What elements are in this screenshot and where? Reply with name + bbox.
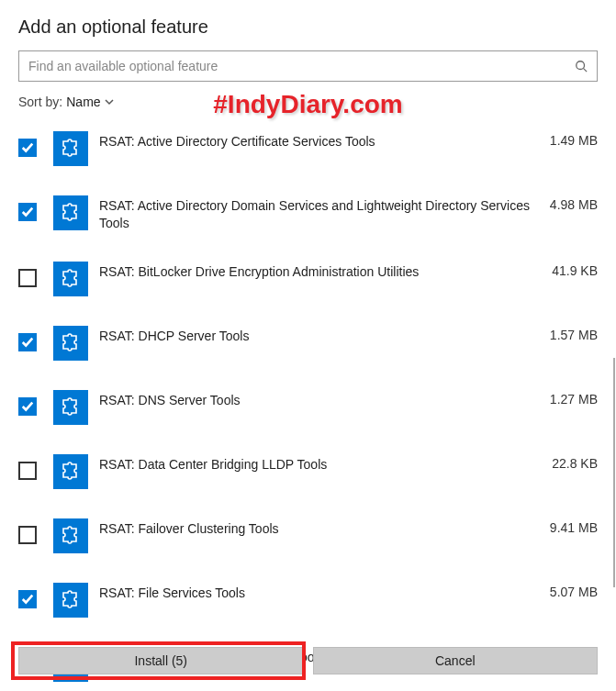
chevron-down-icon bbox=[105, 97, 114, 106]
feature-list: RSAT: Active Directory Certificate Servi… bbox=[18, 122, 598, 691]
feature-size: 41.9 KB bbox=[543, 262, 598, 278]
search-box[interactable] bbox=[18, 50, 598, 82]
page-title: Add an optional feature bbox=[18, 17, 598, 38]
feature-name: RSAT: Active Directory Certificate Servi… bbox=[99, 131, 541, 150]
feature-name: RSAT: BitLocker Drive Encryption Adminis… bbox=[99, 262, 543, 281]
feature-checkbox[interactable] bbox=[18, 333, 37, 351]
scrollbar[interactable] bbox=[613, 358, 615, 587]
feature-row[interactable]: RSAT: DNS Server Tools1.27 MB bbox=[18, 381, 598, 445]
search-icon bbox=[575, 60, 588, 72]
feature-row[interactable]: RSAT: Failover Clustering Tools9.41 MB bbox=[18, 509, 598, 574]
feature-checkbox[interactable] bbox=[18, 462, 37, 480]
puzzle-icon bbox=[53, 326, 88, 361]
puzzle-icon bbox=[53, 583, 88, 618]
feature-checkbox[interactable] bbox=[18, 397, 37, 416]
feature-size: 22.8 KB bbox=[543, 454, 598, 471]
cancel-button[interactable]: Cancel bbox=[313, 647, 599, 674]
feature-checkbox[interactable] bbox=[18, 269, 37, 287]
feature-name: RSAT: File Services Tools bbox=[99, 583, 541, 602]
feature-size: 1.27 MB bbox=[541, 390, 598, 407]
feature-size: 1.49 MB bbox=[541, 131, 598, 148]
feature-checkbox[interactable] bbox=[18, 203, 37, 221]
feature-row[interactable]: RSAT: Data Center Bridging LLDP Tools22.… bbox=[18, 445, 598, 509]
feature-checkbox[interactable] bbox=[18, 590, 37, 608]
install-button[interactable]: Install (5) bbox=[18, 647, 304, 674]
feature-name: RSAT: DNS Server Tools bbox=[99, 390, 541, 409]
footer-buttons: Install (5) Cancel bbox=[18, 647, 598, 674]
feature-size: 4.98 MB bbox=[541, 195, 598, 212]
feature-checkbox[interactable] bbox=[18, 526, 37, 544]
puzzle-icon bbox=[53, 262, 88, 296]
feature-row[interactable]: RSAT: File Services Tools5.07 MB bbox=[18, 574, 598, 638]
sort-label: Sort by: bbox=[18, 95, 62, 109]
feature-row[interactable]: RSAT: DHCP Server Tools1.57 MB bbox=[18, 317, 598, 381]
svg-line-1 bbox=[584, 69, 588, 72]
puzzle-icon bbox=[53, 195, 88, 230]
sort-dropdown[interactable]: Sort by: Name bbox=[18, 95, 598, 109]
feature-name: RSAT: Failover Clustering Tools bbox=[99, 518, 541, 538]
feature-checkbox[interactable] bbox=[18, 139, 37, 157]
feature-name: RSAT: Data Center Bridging LLDP Tools bbox=[99, 454, 543, 474]
puzzle-icon bbox=[53, 518, 88, 553]
svg-point-0 bbox=[577, 61, 585, 70]
feature-name: RSAT: Active Directory Domain Services a… bbox=[99, 195, 541, 232]
puzzle-icon bbox=[53, 454, 88, 489]
feature-row[interactable]: RSAT: Active Directory Certificate Servi… bbox=[18, 122, 598, 186]
puzzle-icon bbox=[53, 390, 88, 425]
search-input[interactable] bbox=[28, 59, 575, 73]
feature-name: RSAT: DHCP Server Tools bbox=[99, 326, 541, 345]
feature-size: 9.41 MB bbox=[541, 518, 598, 535]
sort-value: Name bbox=[66, 95, 100, 109]
feature-size: 1.57 MB bbox=[541, 326, 598, 342]
feature-row[interactable]: RSAT: Active Directory Domain Services a… bbox=[18, 186, 598, 252]
puzzle-icon bbox=[53, 131, 88, 166]
feature-row[interactable]: RSAT: BitLocker Drive Encryption Adminis… bbox=[18, 252, 598, 317]
feature-size: 5.07 MB bbox=[541, 583, 598, 599]
